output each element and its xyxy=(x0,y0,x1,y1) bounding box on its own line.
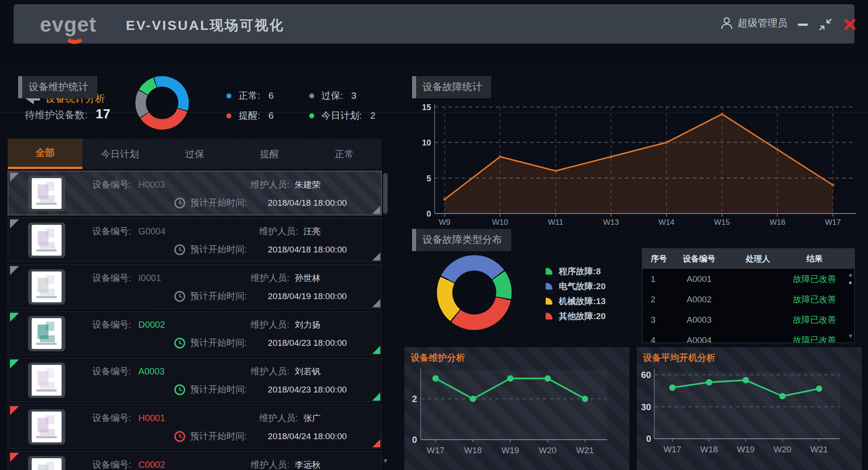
start-time-label: 预计开始时间: xyxy=(190,197,247,209)
start-time-label: 预计开始时间: xyxy=(190,430,247,442)
device-code-label: 设备编号: xyxy=(92,179,131,189)
status-corner-icon xyxy=(372,346,380,354)
device-code: C0002 xyxy=(139,460,165,470)
status-corner-icon xyxy=(372,439,380,447)
svg-text:W10: W10 xyxy=(492,218,508,227)
tab-今日计划[interactable]: 今日计划 xyxy=(82,139,157,169)
device-thumbnail-image xyxy=(32,318,62,349)
legend-item[interactable]: 程序故障:8 xyxy=(546,264,605,279)
device-code-row: 设备编号:H0001 xyxy=(92,412,165,424)
clock-icon xyxy=(174,384,186,396)
device-code-row: 设备编号:H0003 xyxy=(92,179,165,191)
device-card-A0003[interactable]: 设备编号:A0003维护人员:刘若钒预计开始时间:2018/04/23 18:0… xyxy=(8,358,382,402)
svg-text:W21: W21 xyxy=(810,445,828,454)
start-time-value: 2018/04/18 18:00:00 xyxy=(268,198,347,208)
legend-item[interactable]: 提醒:6 xyxy=(226,109,274,122)
legend-item[interactable]: 正常:6 xyxy=(226,89,274,102)
legend-label: 提醒: xyxy=(239,109,260,122)
user-account[interactable]: 超级管理员 xyxy=(720,16,787,30)
maintainer-name: 汪亮 xyxy=(303,227,321,236)
device-card-C0002[interactable]: 设备编号:C0002维护人员:李远秋预计开始时间: xyxy=(8,451,382,470)
user-icon xyxy=(720,16,733,30)
device-code-row: 设备编号:I0001 xyxy=(92,272,161,284)
table-row[interactable]: 3A0003故障已改善 xyxy=(643,310,854,330)
legend-label: 程序故障:8 xyxy=(559,266,601,277)
status-corner-icon xyxy=(372,206,380,214)
scroll-up-icon[interactable]: ▲ xyxy=(848,271,854,277)
svg-text:W20: W20 xyxy=(773,445,791,454)
legend-fan-icon xyxy=(546,268,552,275)
legend-item[interactable]: 机械故障:13 xyxy=(546,294,605,309)
fault-table-rows: 1A0001故障已改善2A0002故障已改善3A0003故障已改善4A0004故… xyxy=(643,269,854,343)
device-card-H0003[interactable]: 设备编号:H0003维护人员:朱建荣预计开始时间:2018/04/18 18:0… xyxy=(8,171,382,215)
legend-item[interactable]: 今日计划:2 xyxy=(309,109,376,122)
panel-title-maintenance-analysis: 设备维护分析 xyxy=(411,352,465,364)
start-time-value: 2018/04/23 18:00:00 xyxy=(268,385,347,395)
close-button[interactable] xyxy=(842,17,858,32)
cell-result: 故障已改善 xyxy=(787,294,842,305)
legend-item[interactable]: 其他故障:20 xyxy=(546,309,605,324)
device-thumbnail-image xyxy=(32,178,62,209)
device-card-D0002[interactable]: 设备编号:D0002维护人员:刘力扬预计开始时间:2018/04/23 18:0… xyxy=(8,311,382,355)
scroll-down-icon[interactable]: ▼ xyxy=(383,458,388,464)
svg-text:W19: W19 xyxy=(737,445,754,454)
clock-icon xyxy=(174,197,186,209)
tab-提醒[interactable]: 提醒 xyxy=(232,139,307,169)
cell-no: 4 xyxy=(643,335,670,343)
scroll-down-icon[interactable]: ▼ xyxy=(848,333,854,339)
minimize-button[interactable] xyxy=(795,17,810,32)
section-title-fault-types: 设备故障类型分布 xyxy=(412,229,511,251)
username: 超级管理员 xyxy=(738,16,787,30)
logo-smile-icon xyxy=(65,29,84,44)
table-row[interactable]: 4A0004故障已改善 xyxy=(643,330,854,343)
start-time-label: 预计开始时间: xyxy=(190,243,247,256)
device-code-label: 设备编号: xyxy=(92,460,131,470)
device-code-label: 设备编号: xyxy=(92,413,131,423)
scrollbar-dot xyxy=(849,281,852,284)
svg-text:5: 5 xyxy=(427,174,431,183)
device-card-I0001[interactable]: 设备编号:I0001维护人员:孙世林预计开始时间:2018/04/19 18:0… xyxy=(8,264,382,309)
table-row[interactable]: 1A0001故障已改善 xyxy=(643,269,854,289)
tab-全部[interactable]: 全部 xyxy=(8,139,82,169)
maintainer-label: 维护人员: xyxy=(250,179,289,189)
clock-icon xyxy=(174,337,186,349)
clock-icon xyxy=(174,244,186,256)
legend-label: 其他故障:20 xyxy=(559,310,605,322)
start-time-label: 预计开始时间: xyxy=(190,290,247,302)
svg-text:W14: W14 xyxy=(659,218,675,227)
svg-text:60: 60 xyxy=(641,370,651,380)
svg-text:2: 2 xyxy=(412,394,417,404)
legend-dot-icon xyxy=(309,113,314,118)
legend-item[interactable]: 过保:3 xyxy=(309,89,376,102)
legend-item[interactable]: 电气故障:20 xyxy=(546,279,605,294)
device-code: H0003 xyxy=(139,179,165,189)
scrollbar-thumb[interactable] xyxy=(383,173,388,214)
restore-button[interactable] xyxy=(818,17,833,32)
table-header-cell: 结果 xyxy=(787,253,842,264)
legend-value: 3 xyxy=(351,90,356,101)
device-code-label: 设备编号: xyxy=(92,273,131,283)
cell-device-code: A0004 xyxy=(670,335,729,343)
device-card-G0004[interactable]: 设备编号:G0004维护人员:汪亮预计开始时间:2018/04/18 18:00… xyxy=(8,218,382,262)
titlebar: evget EV-VISUAL现场可视化 超级管理员 xyxy=(14,5,854,44)
maintainer-label: 维护人员: xyxy=(250,366,289,376)
start-time-row: 预计开始时间:2018/04/23 18:00:00 xyxy=(174,337,347,349)
device-thumbnail-image xyxy=(32,458,62,470)
legend-label: 过保: xyxy=(321,89,343,102)
donut-hole xyxy=(146,87,178,119)
maintainer-name: 刘若钒 xyxy=(295,367,321,376)
tab-过保[interactable]: 过保 xyxy=(157,139,232,169)
legend-value: 6 xyxy=(269,90,274,101)
start-time-label: 预计开始时间: xyxy=(190,383,247,396)
cell-result: 故障已改善 xyxy=(787,314,842,326)
svg-text:W15: W15 xyxy=(714,218,730,227)
restore-icon xyxy=(819,18,832,31)
device-thumbnail-image xyxy=(32,225,62,256)
device-card-H0001[interactable]: 设备编号:H0001维护人员:张广预计开始时间:2018/04/24 18:00… xyxy=(8,404,382,449)
device-thumbnail-image xyxy=(32,412,62,442)
device-thumbnail xyxy=(28,269,65,305)
tab-正常[interactable]: 正常 xyxy=(307,139,382,169)
status-corner-icon xyxy=(10,359,19,368)
table-row[interactable]: 2A0002故障已改善 xyxy=(643,289,854,310)
device-thumbnail xyxy=(28,456,65,470)
